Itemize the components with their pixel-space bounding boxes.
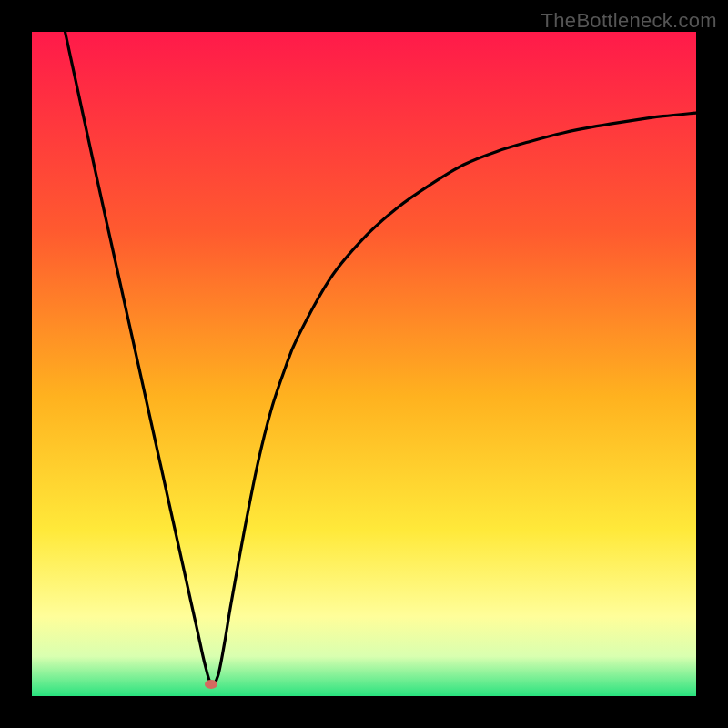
minimum-marker (205, 680, 217, 689)
plot-area (32, 32, 696, 696)
bottleneck-curve (32, 32, 696, 696)
chart-frame: TheBottleneck.com (0, 0, 728, 728)
watermark-text: TheBottleneck.com (541, 9, 717, 33)
